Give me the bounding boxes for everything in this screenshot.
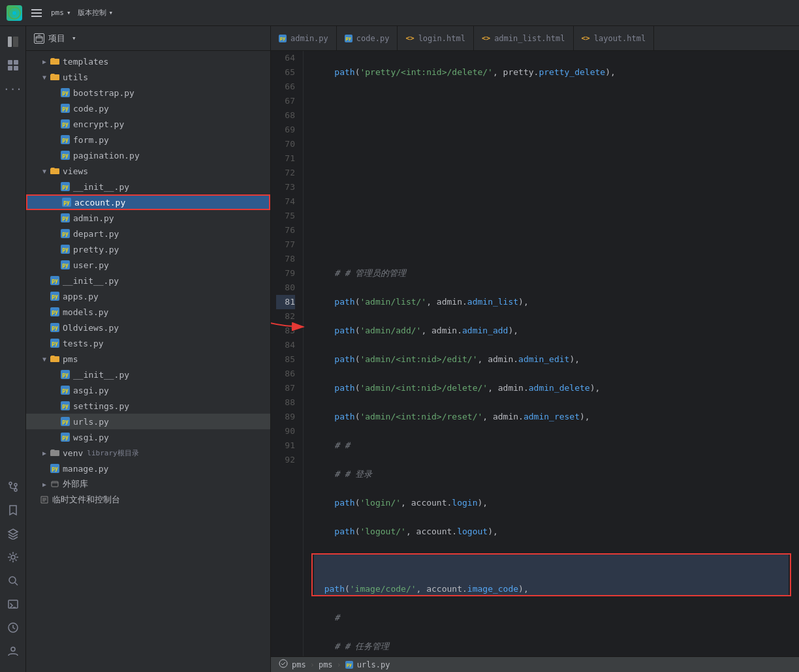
sidebar-item-encrypt[interactable]: py encrypt.py (26, 116, 270, 132)
code-line: path('admin/<int:nid>/delete/', admin.ad… (314, 381, 789, 395)
code-line (314, 209, 789, 223)
sidebar-item-label: form.py (73, 135, 109, 145)
sidebar-item-code-utils[interactable]: py code.py (26, 100, 270, 116)
sidebar-chevron: ▾ (72, 34, 76, 42)
layers-icon[interactable] (3, 523, 24, 544)
svg-rect-4 (8, 60, 12, 65)
sidebar-item-oldviews[interactable]: py Oldviews.py (26, 320, 270, 335)
py-file-icon: py (60, 87, 70, 98)
py-file-icon: py (60, 228, 70, 239)
svg-rect-3 (13, 37, 18, 47)
code-line (314, 180, 789, 194)
sidebar-item-temp[interactable]: 临时文件和控制台 (26, 492, 270, 508)
svg-rect-21 (52, 481, 58, 487)
user-icon[interactable] (3, 641, 24, 662)
tab-code-py[interactable]: py code.py (337, 26, 398, 51)
py-file-icon: py (60, 244, 70, 254)
svg-rect-2 (8, 37, 12, 47)
sidebar-item-views[interactable]: ▼ views (26, 163, 270, 179)
sidebar-item-pms-folder[interactable]: ▼ pms (26, 351, 270, 367)
hamburger-menu[interactable] (29, 7, 44, 20)
sidebar-item-pretty[interactable]: py pretty.py (26, 241, 270, 257)
sidebar-item-templates[interactable]: ▶ templates (26, 53, 270, 69)
sidebar: 项目 ▾ ▶ templates ▼ utils p (26, 26, 271, 672)
status-bar: pms › pms › py urls.py (271, 656, 799, 672)
tab-bar: py admin.py py code.py <> login.html <> … (271, 26, 799, 51)
sidebar-item-models[interactable]: py models.py (26, 304, 270, 320)
sidebar-item-admin-views[interactable]: py admin.py (26, 210, 270, 226)
sidebar-item-external[interactable]: ▶ 外部库 (26, 476, 270, 492)
svg-rect-5 (14, 60, 18, 65)
sidebar-item-depart[interactable]: py depart.py (26, 226, 270, 241)
svg-point-8 (9, 482, 12, 485)
sidebar-item-label: encrypt.py (73, 119, 124, 129)
sidebar-item-pagination[interactable]: py pagination.py (26, 147, 270, 163)
tab-admin-list-html[interactable]: <> admin_list.html (474, 26, 574, 51)
sidebar-item-venv[interactable]: ▶ venv library根目录 (26, 445, 270, 461)
py-file-icon: py (60, 260, 70, 270)
sidebar-item-settings[interactable]: py settings.py (26, 398, 270, 414)
svg-point-13 (11, 555, 15, 559)
svg-point-10 (14, 483, 17, 486)
sidebar-title: 项目 (48, 33, 65, 44)
terminal-icon[interactable] (3, 594, 24, 615)
venv-label: library根目录 (87, 448, 138, 458)
bookmark-icon[interactable] (3, 500, 24, 521)
sidebar-item-label: wsgi.py (73, 433, 109, 442)
sidebar-item-tests[interactable]: py tests.py (26, 335, 270, 351)
py-file-icon: py (60, 103, 70, 114)
sidebar-item-label: asgi.py (73, 386, 109, 395)
sidebar-item-init-views[interactable]: py __init__.py (26, 179, 270, 194)
git-icon[interactable] (3, 476, 24, 497)
sidebar-item-wsgi[interactable]: py wsgi.py (26, 429, 270, 445)
svg-point-1 (12, 11, 16, 15)
top-bar: pms ▾ 版本控制 ▾ (0, 0, 799, 26)
code-content[interactable]: path('pretty/<int:nid>/delete/', pretty.… (304, 51, 799, 656)
tab-layout-html[interactable]: <> layout.html (574, 26, 655, 51)
sidebar-item-label: depart.py (73, 229, 119, 239)
structure-icon[interactable] (3, 55, 24, 76)
sidebar-item-manage[interactable]: py manage.py (26, 461, 270, 476)
more-tools-icon[interactable]: ··· (3, 78, 24, 99)
sidebar-item-asgi[interactable]: py asgi.py (26, 382, 270, 398)
sidebar-item-label: __init__.py (73, 182, 129, 192)
search-icon[interactable] (3, 570, 24, 591)
tab-admin-py[interactable]: py admin.py (271, 26, 337, 51)
vcs-menu[interactable]: 版本控制 ▾ (78, 8, 114, 18)
folder-icon (50, 354, 60, 364)
sidebar-item-init-pms[interactable]: py __init__.py (26, 367, 270, 382)
code-line: path('admin/<int:nid>/reset/', admin.adm… (314, 410, 789, 424)
py-file-icon: py (50, 338, 60, 348)
line-numbers: 64 65 66 67 68 69 70 71 72 73 74 75 76 7… (271, 51, 304, 656)
tab-label: login.html (418, 34, 465, 43)
sidebar-item-bootstrap[interactable]: py bootstrap.py (26, 85, 270, 100)
clock-icon[interactable] (3, 617, 24, 638)
code-scroll[interactable]: 64 65 66 67 68 69 70 71 72 73 74 75 76 7… (271, 51, 799, 656)
code-line: # # 任务管理 (314, 639, 789, 654)
py-file-icon: py (60, 119, 70, 129)
html-tab-icon: <> (582, 34, 590, 42)
sidebar-item-user[interactable]: py user.py (26, 257, 270, 273)
sidebar-item-utils[interactable]: ▼ utils (26, 69, 270, 85)
py-file-icon: py (50, 291, 60, 301)
sidebar-item-label: user.py (73, 260, 109, 270)
sidebar-item-label: apps.py (63, 292, 99, 301)
icon-bar: ··· (0, 26, 26, 672)
sidebar-item-label: admin.py (73, 213, 114, 223)
sidebar-item-label: bootstrap.py (73, 88, 134, 98)
sidebar-item-urls[interactable]: py urls.py (26, 414, 270, 429)
sidebar-item-init-root[interactable]: py __init__.py (26, 273, 270, 288)
plugin-icon[interactable] (3, 547, 24, 568)
project-menu[interactable]: pms ▾ (51, 8, 71, 17)
py-file-icon: py (60, 213, 70, 223)
tab-login-html[interactable]: <> login.html (398, 26, 474, 51)
py-file-icon: py (60, 150, 70, 160)
sidebar-item-account[interactable]: py account.py (26, 194, 270, 210)
folder-icon (50, 56, 60, 67)
sidebar-item-form[interactable]: py form.py (26, 132, 270, 147)
sidebar-item-label: code.py (73, 104, 109, 114)
code-line (314, 123, 789, 137)
sidebar-item-apps[interactable]: py apps.py (26, 288, 270, 304)
sidebar-toggle-button[interactable] (3, 31, 24, 52)
html-tab-icon: <> (405, 34, 414, 42)
